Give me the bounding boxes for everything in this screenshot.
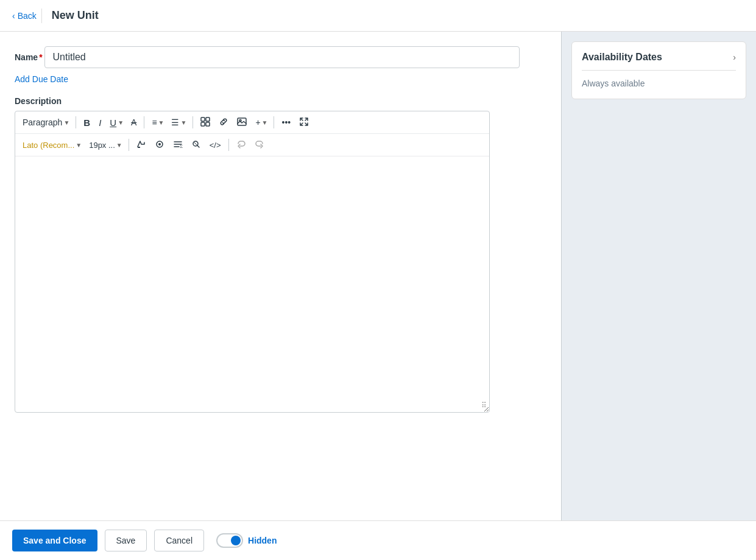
highlight-icon — [155, 139, 164, 151]
toolbar-sep-6 — [228, 139, 229, 151]
list-icon: ☰ — [171, 117, 179, 127]
align-icon: ≡ — [152, 117, 157, 127]
font-label: Lato (Recom... — [23, 141, 74, 150]
code-button[interactable]: </> — [206, 136, 225, 153]
svg-text:123: 123 — [180, 144, 183, 149]
align-chevron-icon: ▼ — [158, 119, 164, 126]
bold-icon: B — [83, 117, 90, 128]
left-panel: Name* Add Due Date Description Paragraph… — [0, 32, 561, 520]
bold-button[interactable]: B — [80, 114, 94, 131]
paragraph-chevron-icon: ▼ — [63, 119, 69, 126]
availability-header: Availability Dates › — [582, 52, 736, 63]
list-dropdown[interactable]: ☰ ▼ — [168, 114, 189, 131]
hidden-toggle[interactable]: 💬 — [216, 533, 243, 548]
indent-icon: 123 — [173, 139, 183, 151]
insert-dropdown[interactable]: + ▼ — [252, 114, 270, 131]
indent-button[interactable]: 123 — [169, 136, 186, 153]
toolbar-sep-2 — [144, 116, 144, 128]
svg-rect-1 — [206, 117, 210, 121]
italic-button[interactable]: I — [95, 114, 105, 131]
footer: Save and Close Save Cancel 💬 Hidden — [0, 520, 756, 560]
name-input[interactable] — [44, 46, 520, 68]
list-chevron-icon: ▼ — [180, 119, 186, 126]
font-chevron-icon: ▼ — [76, 142, 82, 149]
underline-icon: U — [110, 117, 116, 128]
svg-rect-3 — [206, 122, 210, 126]
availability-divider — [582, 70, 736, 71]
svg-rect-0 — [201, 117, 205, 121]
toolbar-sep-3 — [193, 116, 193, 128]
size-chevron-icon: ▼ — [116, 142, 122, 149]
redo-button[interactable] — [251, 136, 268, 153]
italic-icon: I — [99, 117, 101, 128]
link-button[interactable] — [215, 114, 232, 131]
svg-rect-6 — [138, 147, 140, 148]
main-content: Name* Add Due Date Description Paragraph… — [0, 32, 756, 520]
search-replace-icon — [191, 139, 201, 151]
description-editor: Paragraph ▼ B I U ▼ A — [15, 111, 490, 413]
toolbar-row-2: Lato (Recom... ▼ 19px ... ▼ — [15, 134, 489, 156]
size-label: 19px ... — [89, 141, 115, 150]
font-dropdown[interactable]: Lato (Recom... ▼ — [19, 136, 84, 153]
back-label: Back — [18, 11, 37, 21]
svg-point-8 — [158, 143, 161, 145]
availability-expand-icon[interactable]: › — [733, 52, 736, 62]
more-icon: ••• — [281, 117, 291, 127]
back-chevron-icon: ‹ — [12, 11, 15, 21]
availability-title: Availability Dates — [582, 52, 662, 63]
save-button[interactable]: Save — [105, 530, 147, 551]
save-close-button[interactable]: Save and Close — [12, 530, 97, 551]
page-title: New Unit — [52, 9, 99, 22]
add-due-date-button[interactable]: Add Due Date — [15, 74, 68, 84]
back-button[interactable]: ‹ Back — [12, 9, 42, 23]
redo-icon — [255, 139, 264, 151]
svg-rect-2 — [201, 122, 205, 126]
image-button[interactable] — [233, 114, 250, 131]
editor-body[interactable]: ⠿ — [15, 156, 489, 412]
search-replace-button[interactable] — [188, 136, 205, 153]
availability-status: Always available — [582, 79, 645, 88]
align-dropdown[interactable]: ≡ ▼ — [148, 114, 166, 131]
resize-handle: ⠿ — [481, 401, 487, 410]
link-icon — [219, 117, 228, 128]
paint-format-icon — [136, 139, 146, 151]
cancel-button[interactable]: Cancel — [154, 530, 204, 551]
highlight-button[interactable] — [151, 136, 168, 153]
hidden-toggle-container: 💬 Hidden — [216, 533, 277, 548]
availability-card: Availability Dates › Always available — [571, 41, 746, 99]
toggle-bubble-icon: 💬 — [232, 537, 239, 544]
more-button[interactable]: ••• — [278, 114, 294, 131]
size-dropdown[interactable]: 19px ... ▼ — [85, 136, 125, 153]
paint-format-button[interactable] — [133, 136, 150, 153]
paragraph-label: Paragraph — [23, 117, 62, 127]
hidden-toggle-label: Hidden — [248, 536, 277, 545]
toolbar-sep-4 — [274, 116, 274, 128]
fullscreen-icon — [299, 117, 309, 128]
insert-chevron-icon: ▼ — [262, 119, 268, 126]
name-label: Name* — [15, 52, 44, 62]
description-label: Description — [15, 96, 546, 106]
plus-icon: + — [255, 117, 260, 127]
toolbar-sep-1 — [76, 116, 76, 128]
header: ‹ Back New Unit — [0, 0, 756, 32]
underline-dropdown[interactable]: U ▼ — [106, 114, 126, 131]
strikethrough-button[interactable]: A — [127, 114, 140, 131]
image-icon — [237, 117, 247, 128]
right-panel: Availability Dates › Always available — [561, 32, 756, 520]
underline-chevron-icon: ▼ — [118, 119, 124, 126]
undo-button[interactable] — [233, 136, 250, 153]
strikethrough-icon: A — [131, 117, 136, 127]
toolbar-row-1: Paragraph ▼ B I U ▼ A — [15, 111, 489, 134]
fullscreen-button[interactable] — [295, 114, 313, 131]
toggle-slider: 💬 — [216, 533, 243, 548]
table-icon — [200, 117, 210, 128]
undo-icon — [236, 139, 246, 151]
table-button[interactable] — [197, 114, 214, 131]
toolbar-sep-5 — [129, 139, 129, 151]
paragraph-dropdown[interactable]: Paragraph ▼ — [19, 114, 72, 131]
code-icon: </> — [210, 141, 221, 150]
